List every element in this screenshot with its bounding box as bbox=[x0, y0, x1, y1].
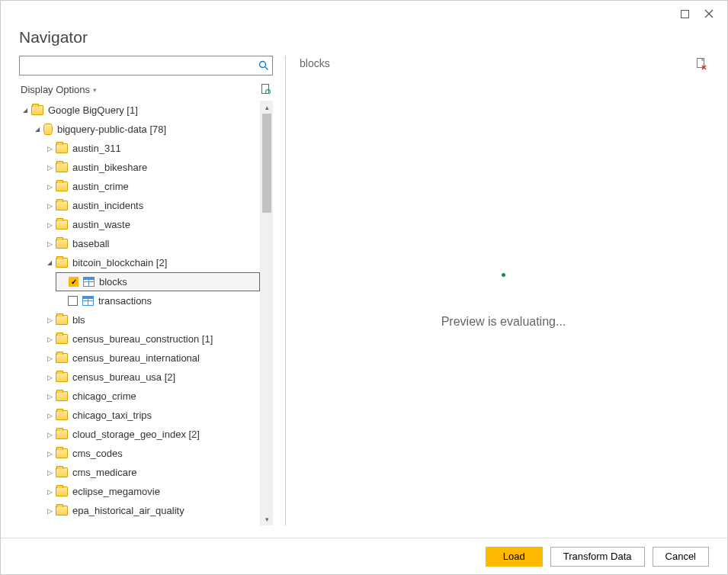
scroll-thumb[interactable] bbox=[262, 114, 271, 213]
expand-toggle-icon[interactable] bbox=[45, 221, 54, 229]
checkbox[interactable] bbox=[69, 277, 79, 287]
tree-node-dataset[interactable]: cloud_storage_geo_index [2] bbox=[43, 425, 260, 444]
checkbox[interactable] bbox=[68, 296, 78, 306]
expand-toggle-icon[interactable] bbox=[45, 450, 54, 458]
expand-toggle-icon[interactable] bbox=[45, 507, 54, 515]
svg-point-3 bbox=[260, 62, 266, 68]
cancel-button[interactable]: Cancel bbox=[653, 547, 709, 567]
node-label: chicago_crime bbox=[72, 390, 136, 402]
node-label: census_bureau_usa [2] bbox=[72, 371, 175, 383]
tree-node-dataset[interactable]: eclipse_megamovie bbox=[43, 482, 260, 501]
scroll-down-icon[interactable]: ▾ bbox=[261, 512, 273, 525]
refresh-icon[interactable] bbox=[260, 83, 273, 96]
node-label: baseball bbox=[72, 238, 109, 249]
node-label: austin_waste bbox=[72, 219, 130, 230]
expand-toggle-icon[interactable] bbox=[45, 374, 54, 381]
preview-title: blocks bbox=[300, 57, 330, 69]
folder-icon bbox=[31, 105, 43, 115]
tree-node-dataset[interactable]: austin_crime bbox=[43, 177, 260, 196]
node-label: cms_medicare bbox=[72, 467, 137, 478]
tree-node-dataset[interactable]: austin_bikeshare bbox=[43, 158, 260, 177]
tree-container: Google BigQuery [1] bigquery-public-data… bbox=[19, 101, 273, 525]
display-options-menu[interactable]: Display Options ▾ bbox=[21, 84, 97, 95]
folder-icon bbox=[56, 315, 68, 325]
expand-toggle-icon[interactable] bbox=[45, 431, 54, 438]
tree-node-dataset[interactable]: epa_historical_air_quality bbox=[43, 501, 260, 520]
tree-node-dataset[interactable]: austin_311 bbox=[43, 139, 260, 158]
expand-toggle-icon[interactable] bbox=[33, 126, 42, 133]
folder-icon bbox=[56, 201, 68, 210]
expand-toggle-icon[interactable] bbox=[45, 316, 54, 324]
tree-scroll: Google BigQuery [1] bigquery-public-data… bbox=[19, 101, 260, 525]
tree-node-dataset[interactable]: bls bbox=[43, 310, 260, 329]
tree-node-dataset[interactable]: baseball bbox=[43, 234, 260, 253]
folder-icon bbox=[56, 143, 68, 153]
expand-toggle-icon[interactable] bbox=[45, 145, 54, 153]
folder-icon bbox=[56, 487, 68, 496]
tree-node-dataset[interactable]: cms_codes bbox=[43, 444, 260, 463]
tree-node-table-blocks[interactable]: blocks bbox=[56, 272, 260, 291]
transform-data-button[interactable]: Transform Data bbox=[550, 547, 645, 567]
node-label: cloud_storage_geo_index [2] bbox=[72, 429, 200, 440]
maximize-button[interactable] bbox=[672, 3, 697, 24]
tree-node-dataset[interactable]: chicago_taxi_trips bbox=[43, 406, 260, 425]
svg-line-4 bbox=[265, 67, 268, 70]
expand-toggle-icon[interactable] bbox=[45, 164, 54, 172]
tree-node-dataset[interactable]: austin_incidents bbox=[43, 196, 260, 215]
node-label: cms_codes bbox=[72, 448, 123, 459]
remove-preview-icon[interactable] bbox=[695, 57, 707, 70]
search-box[interactable] bbox=[19, 56, 273, 75]
tree-node-dataset[interactable]: chicago_crime bbox=[43, 387, 260, 406]
load-button[interactable]: Load bbox=[486, 547, 543, 567]
expand-toggle-icon[interactable] bbox=[45, 412, 54, 419]
tree-node-dataset[interactable]: cms_medicare bbox=[43, 463, 260, 482]
tree-node-dataset-bitcoin[interactable]: bitcoin_blockchain [2] bbox=[43, 253, 260, 272]
expand-toggle-icon[interactable] bbox=[45, 469, 54, 477]
options-row: Display Options ▾ bbox=[19, 82, 273, 99]
folder-icon bbox=[56, 391, 68, 401]
expand-toggle-icon[interactable] bbox=[45, 259, 54, 266]
expand-toggle-icon[interactable] bbox=[45, 183, 54, 191]
dialog-body: Display Options ▾ bbox=[1, 56, 727, 538]
tree-node-dataset[interactable]: census_bureau_construction [1] bbox=[43, 329, 260, 349]
expand-toggle-icon[interactable] bbox=[45, 202, 54, 210]
folder-icon bbox=[56, 353, 68, 363]
node-label: census_bureau_international bbox=[72, 352, 200, 364]
display-options-label: Display Options bbox=[21, 84, 90, 95]
expand-toggle-icon[interactable] bbox=[45, 355, 54, 362]
tree-node-dataset[interactable]: austin_waste bbox=[43, 215, 260, 234]
preview-status-text: Preview is evaluating... bbox=[441, 315, 566, 329]
left-pane: Display Options ▾ bbox=[19, 56, 286, 525]
search-input[interactable] bbox=[24, 57, 258, 74]
search-icon[interactable] bbox=[258, 60, 269, 71]
scrollbar[interactable]: ▴ ▾ bbox=[260, 101, 273, 525]
dialog-footer: Load Transform Data Cancel bbox=[1, 538, 727, 574]
node-label: austin_bikeshare bbox=[72, 162, 147, 173]
node-label: transactions bbox=[98, 295, 152, 307]
node-label: eclipse_megamovie bbox=[72, 486, 160, 497]
expand-toggle-icon[interactable] bbox=[45, 488, 54, 496]
preview-body: Preview is evaluating... bbox=[298, 75, 709, 525]
scroll-up-icon[interactable]: ▴ bbox=[261, 101, 273, 114]
tree-node-project[interactable]: bigquery-public-data [78] bbox=[31, 120, 260, 139]
titlebar bbox=[1, 1, 727, 27]
folder-icon bbox=[56, 410, 68, 420]
close-button[interactable] bbox=[697, 3, 721, 24]
folder-icon bbox=[56, 220, 68, 230]
expand-toggle-icon[interactable] bbox=[45, 240, 54, 248]
folder-icon bbox=[56, 162, 68, 172]
expand-toggle-icon[interactable] bbox=[21, 107, 30, 114]
scroll-track[interactable] bbox=[261, 114, 273, 512]
tree-node-root[interactable]: Google BigQuery [1] bbox=[19, 101, 260, 120]
tree-node-table-transactions[interactable]: transactions bbox=[56, 291, 260, 310]
folder-icon bbox=[56, 239, 68, 249]
node-label: austin_incidents bbox=[72, 200, 143, 211]
dialog-title: Navigator bbox=[19, 28, 709, 47]
tree-node-dataset[interactable]: census_bureau_international bbox=[43, 349, 260, 368]
navigator-dialog: Navigator Display Options ▾ bbox=[0, 0, 728, 575]
database-icon bbox=[43, 124, 53, 135]
expand-toggle-icon[interactable] bbox=[45, 393, 54, 400]
node-label: blocks bbox=[99, 276, 127, 288]
tree-node-dataset[interactable]: census_bureau_usa [2] bbox=[43, 368, 260, 387]
expand-toggle-icon[interactable] bbox=[45, 336, 54, 343]
